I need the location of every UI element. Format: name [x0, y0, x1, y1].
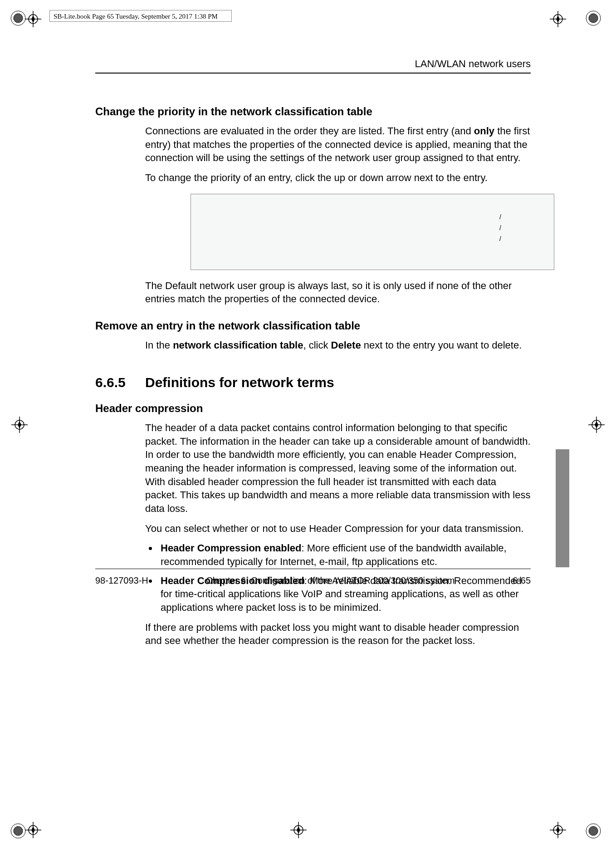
- table-row: /: [200, 222, 545, 233]
- paragraph: The Default network user group is always…: [145, 279, 531, 306]
- paragraph: If there are problems with packet loss y…: [145, 621, 531, 648]
- footer-page-number: 6-65: [513, 575, 531, 586]
- heading-change-priority: Change the priority in the network class…: [95, 105, 531, 118]
- page-footer: 98-127093-H Chapter 6: Configuration of …: [95, 569, 531, 586]
- section-title: Definitions for network terms: [145, 375, 334, 390]
- crop-mark-icon: [290, 822, 307, 838]
- thumb-tab: [556, 449, 569, 567]
- running-head: LAN/WLAN network users: [415, 58, 531, 70]
- section-number: 6.6.5: [95, 375, 145, 390]
- crop-mark-icon: [550, 822, 566, 838]
- paragraph: Connections are evaluated in the order t…: [145, 124, 531, 165]
- figure-network-classification-table: / / /: [191, 194, 554, 270]
- table-row: [200, 244, 545, 248]
- crop-mark-icon: [588, 417, 605, 433]
- list-item: Header Compression enabled: More efficie…: [158, 541, 531, 568]
- crop-mark-icon: [25, 11, 41, 27]
- crop-mark-icon: [25, 822, 41, 838]
- running-head-rule: LAN/WLAN network users: [95, 54, 531, 74]
- corner-dot-icon: [584, 9, 602, 27]
- crop-mark-icon: [550, 11, 566, 27]
- footer-doc-number: 98-127093-H: [95, 575, 148, 586]
- page-content: LAN/WLAN network users Change the priori…: [95, 54, 531, 654]
- table-row: /: [200, 233, 545, 244]
- heading-remove-entry: Remove an entry in the network classific…: [95, 319, 531, 332]
- printmark-text: SB-Lite.book Page 65 Tuesday, September …: [54, 13, 218, 20]
- heading-header-compression: Header compression: [95, 402, 531, 415]
- corner-dot-icon: [9, 822, 27, 840]
- paragraph: To change the priority of an entry, clic…: [145, 171, 531, 185]
- paragraph: The header of a data packet contains con…: [145, 421, 531, 516]
- paragraph: In the network classification table, cli…: [145, 339, 531, 352]
- table-header-row: [200, 206, 545, 211]
- crop-mark-icon: [11, 417, 28, 433]
- paragraph: You can select whether or not to use Hea…: [145, 522, 531, 536]
- heading-definitions: 6.6.5 Definitions for network terms: [95, 375, 531, 390]
- footer-chapter: Chapter 6: Configuration of the AVIATOR …: [148, 575, 513, 586]
- corner-dot-icon: [9, 9, 27, 27]
- corner-dot-icon: [584, 822, 602, 840]
- table-row: /: [200, 211, 545, 222]
